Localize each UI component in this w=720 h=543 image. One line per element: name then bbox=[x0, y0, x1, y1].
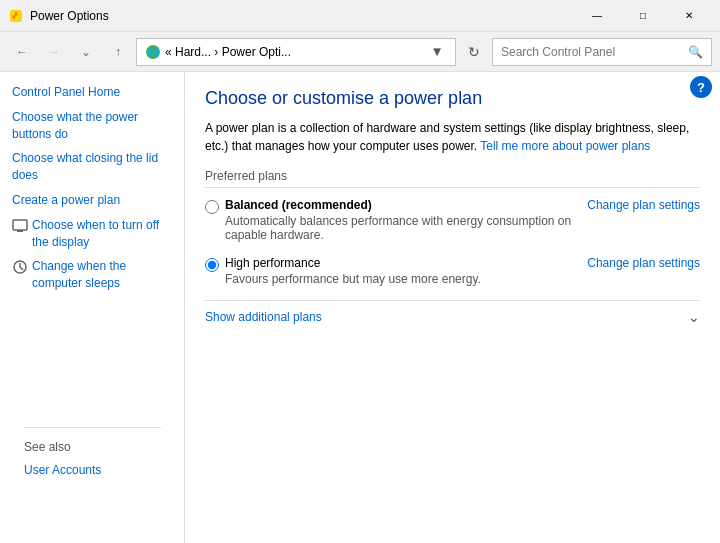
plan-item-high-performance: High performance Favours performance but… bbox=[205, 256, 700, 286]
search-input[interactable] bbox=[501, 45, 684, 59]
up-button[interactable]: ↑ bbox=[104, 38, 132, 66]
see-also-label: See also bbox=[12, 436, 173, 458]
change-plan-link-balanced[interactable]: Change plan settings bbox=[587, 198, 700, 212]
show-additional-link[interactable]: Show additional plans bbox=[205, 310, 322, 324]
sidebar-divider bbox=[24, 427, 161, 428]
show-additional-plans[interactable]: Show additional plans ⌄ bbox=[205, 300, 700, 325]
plan-desc-high-performance: Favours performance but may use more ene… bbox=[225, 272, 481, 286]
change-plan-link-high-performance[interactable]: Change plan settings bbox=[587, 256, 700, 270]
close-button[interactable]: ✕ bbox=[666, 0, 712, 32]
sidebar-item-turn-off-display[interactable]: Choose when to turn off the display bbox=[0, 213, 184, 255]
minimize-button[interactable]: — bbox=[574, 0, 620, 32]
app-icon bbox=[8, 8, 24, 24]
back-button[interactable]: ← bbox=[8, 38, 36, 66]
chevron-down-icon: ⌄ bbox=[688, 309, 700, 325]
plan-radio-high-performance[interactable] bbox=[205, 258, 219, 272]
sidebar-item-label: Choose when to turn off the display bbox=[32, 217, 172, 251]
address-bar: ← → ⌄ ↑ 🌐 « Hard... › Power Opti... ▼ ↻ … bbox=[0, 32, 720, 72]
forward-button[interactable]: → bbox=[40, 38, 68, 66]
plan-name-high-performance: High performance bbox=[225, 256, 481, 270]
address-field[interactable]: 🌐 « Hard... › Power Opti... ▼ bbox=[136, 38, 456, 66]
title-bar: Power Options — □ ✕ bbox=[0, 0, 720, 32]
main-container: Control Panel Home Choose what the power… bbox=[0, 72, 720, 543]
sidebar-item-control-panel-home[interactable]: Control Panel Home bbox=[0, 80, 184, 105]
search-box[interactable]: 🔍 bbox=[492, 38, 712, 66]
help-button[interactable]: ? bbox=[690, 76, 712, 98]
maximize-button[interactable]: □ bbox=[620, 0, 666, 32]
svg-text:🌐: 🌐 bbox=[147, 46, 160, 59]
refresh-button[interactable]: ↻ bbox=[460, 38, 488, 66]
plan-radio-balanced[interactable] bbox=[205, 200, 219, 214]
sleep-icon bbox=[12, 259, 28, 275]
search-icon: 🔍 bbox=[688, 45, 703, 59]
window-title: Power Options bbox=[30, 9, 574, 23]
recent-button[interactable]: ⌄ bbox=[72, 38, 100, 66]
svg-rect-4 bbox=[13, 220, 27, 230]
display-icon bbox=[12, 218, 28, 234]
learn-more-link[interactable]: Tell me more about power plans bbox=[480, 139, 650, 153]
address-text: « Hard... › Power Opti... bbox=[165, 45, 423, 59]
svg-rect-5 bbox=[17, 230, 23, 232]
sidebar-item-user-accounts[interactable]: User Accounts bbox=[12, 458, 173, 483]
section-label: Preferred plans bbox=[205, 169, 700, 188]
description-text: A power plan is a collection of hardware… bbox=[205, 119, 695, 155]
page-title: Choose or customise a power plan bbox=[205, 88, 700, 109]
plan-desc-balanced: Automatically balances performance with … bbox=[225, 214, 587, 242]
plan-name-balanced: Balanced (recommended) bbox=[225, 198, 587, 212]
address-dropdown-button[interactable]: ▼ bbox=[427, 38, 447, 66]
plan-item-balanced: Balanced (recommended) Automatically bal… bbox=[205, 198, 700, 242]
content-area: Choose or customise a power plan A power… bbox=[185, 72, 720, 543]
address-icon: 🌐 bbox=[145, 44, 161, 60]
sidebar-item-power-buttons[interactable]: Choose what the power buttons do bbox=[0, 105, 184, 147]
window-controls: — □ ✕ bbox=[574, 0, 712, 32]
sidebar-item-create-plan[interactable]: Create a power plan bbox=[0, 188, 184, 213]
sidebar-item-computer-sleeps[interactable]: Change when the computer sleeps bbox=[0, 254, 184, 296]
sidebar-item-closing-lid[interactable]: Choose what closing the lid does bbox=[0, 146, 184, 188]
sidebar-item-label: Change when the computer sleeps bbox=[32, 258, 172, 292]
sidebar: Control Panel Home Choose what the power… bbox=[0, 72, 185, 543]
